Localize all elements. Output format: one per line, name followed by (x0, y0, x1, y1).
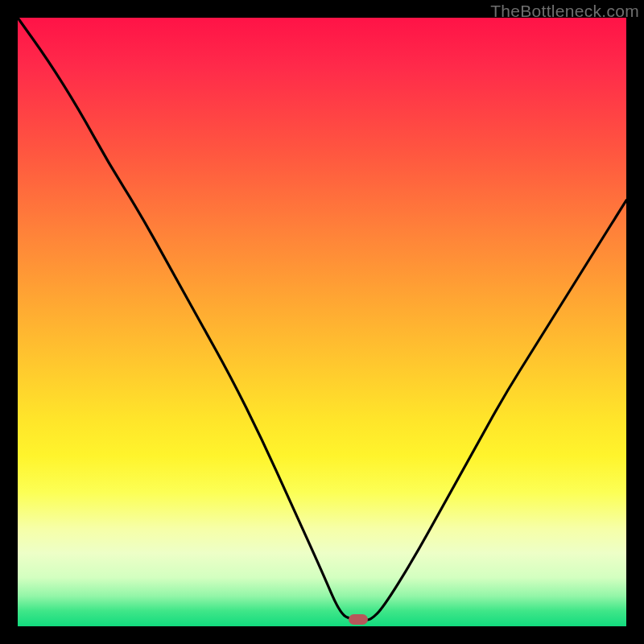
chart-frame: TheBottleneck.com (0, 0, 644, 644)
curve-path (18, 18, 626, 620)
bottleneck-curve (18, 18, 626, 626)
plot-area (18, 18, 626, 626)
optimal-marker (349, 614, 368, 625)
